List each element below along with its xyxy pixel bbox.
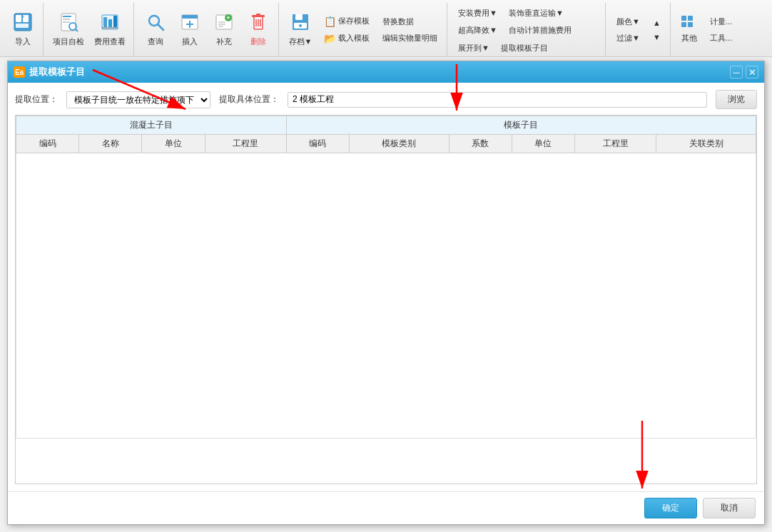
col-t-unit: 单位: [512, 135, 574, 153]
svg-rect-12: [103, 17, 107, 27]
auto-calc-button[interactable]: 自动计算措施费用: [504, 23, 577, 38]
other-button[interactable]: 其他: [676, 31, 702, 46]
tool-label: 工具...: [710, 33, 732, 44]
down-button[interactable]: ▼: [648, 31, 666, 44]
table-container: 混凝土子目 模板子目 编码 名称 单位 工程里 编码 模板类别 系数 单位: [15, 115, 757, 484]
specific-location-input[interactable]: [288, 92, 707, 108]
edit-quantity-label: 编辑实物量明细: [382, 33, 437, 44]
replace-data-label: 替换数据: [382, 16, 414, 27]
extract-template-button[interactable]: 提取模板子目: [496, 41, 553, 56]
tool-button[interactable]: 工具...: [705, 31, 737, 46]
filter-button[interactable]: 过滤▼: [611, 31, 645, 46]
main-table: 混凝土子目 模板子目 编码 名称 单位 工程里 编码 模板类别 系数 单位: [16, 116, 756, 439]
browse-button[interactable]: 浏览: [716, 90, 757, 109]
svg-rect-8: [63, 21, 70, 23]
dialog-titlebar: Ea 提取模板子目 ─ ✕: [8, 61, 764, 83]
svg-line-10: [76, 29, 78, 31]
dialog-content: 提取位置： 模板子目统一放在特定措施项下 提取具体位置： 浏览 混凝土子目 模板…: [8, 83, 764, 491]
extract-location-select[interactable]: 模板子目统一放在特定措施项下: [66, 91, 210, 108]
col-c-quantity: 工程里: [205, 135, 286, 153]
save-template-icon: 📋: [324, 16, 336, 27]
svg-rect-35: [295, 14, 303, 20]
fill-button[interactable]: + 补充: [208, 10, 240, 49]
other-label: 其他: [681, 33, 697, 44]
dialog-title: 提取模板子目: [29, 66, 85, 78]
col-t-factor: 系数: [449, 135, 512, 153]
col-t-code: 编码: [286, 135, 349, 153]
fee-check-button[interactable]: 费用查看: [91, 10, 129, 49]
insert-label: 插入: [182, 36, 198, 47]
filter-label: 过滤▼: [616, 33, 640, 44]
svg-rect-13: [108, 19, 112, 27]
col-c-unit: 单位: [142, 135, 205, 153]
fee-check-label: 费用查看: [94, 36, 126, 47]
grid-icon: [681, 16, 693, 27]
dialog-titlebar-btns: ─ ✕: [730, 66, 758, 78]
table-body: [16, 153, 756, 439]
svg-text:≡: ≡: [21, 14, 24, 19]
fee-check-icon: [100, 12, 120, 35]
calc-button[interactable]: 计量...: [705, 14, 737, 29]
insert-button[interactable]: 插入: [174, 10, 205, 49]
toolbar-group-misc: 其他 计量... 工具...: [672, 3, 741, 56]
svg-rect-1: [16, 15, 21, 22]
template-col: 📋 保存模板 📂 载入模板: [319, 14, 375, 46]
fill-label: 补充: [216, 36, 232, 47]
import-icon: ≡: [13, 12, 33, 35]
replace-data-button[interactable]: 替换数据: [377, 14, 442, 29]
dialog: Ea 提取模板子目 ─ ✕ 提取位置： 模板子目统一放在特定措施项下 提取具体位…: [7, 61, 765, 525]
dialog-icon: Ea: [14, 66, 25, 78]
save-button[interactable]: 存档▼: [285, 10, 316, 49]
minimize-button[interactable]: ─: [730, 66, 743, 78]
save-template-button[interactable]: 📋 保存模板: [319, 14, 375, 29]
project-check-button[interactable]: 项目自检: [49, 10, 88, 49]
svg-rect-7: [63, 19, 70, 20]
fill-icon: +: [214, 12, 234, 35]
svg-rect-14: [113, 16, 117, 27]
import-button[interactable]: ≡ 导入: [7, 10, 39, 49]
expand-label: 展开到▼: [458, 43, 489, 53]
grid-button[interactable]: [676, 14, 702, 29]
col-c-name: 名称: [79, 135, 142, 153]
project-check-icon: [59, 12, 78, 35]
save-label: 存档▼: [289, 36, 313, 47]
svg-rect-19: [182, 15, 198, 19]
expand-button[interactable]: 展开到▼: [453, 41, 494, 56]
empty-row: [16, 153, 756, 439]
specific-location-label: 提取具体位置：: [219, 93, 279, 106]
calc-label: 计量...: [710, 16, 732, 27]
close-button[interactable]: ✕: [746, 66, 758, 78]
svg-line-17: [158, 24, 163, 30]
vertical-transport-button[interactable]: 装饰垂直运输▼: [504, 6, 569, 21]
install-fee-label: 安装费用▼: [458, 8, 497, 19]
calc-col: 计量... 工具...: [705, 14, 737, 46]
toolbar-group-cost: 安装费用▼ 装饰垂直运输▼ 超高降效▼ 自动计算措施费用 展开到▼ 提取模板子目: [449, 3, 606, 56]
confirm-button[interactable]: 确定: [644, 498, 697, 518]
svg-rect-3: [16, 24, 29, 28]
concrete-group-header: 混凝土子目: [16, 116, 287, 135]
svg-rect-38: [681, 16, 686, 21]
install-fee-button[interactable]: 安装费用▼: [453, 6, 502, 21]
save-icon: [290, 12, 310, 35]
data-col: 替换数据 编辑实物量明细: [377, 14, 442, 46]
extract-template-label: 提取模板子目: [501, 43, 548, 53]
col-t-quantity: 工程里: [575, 135, 656, 153]
vertical-transport-label: 装饰垂直运输▼: [509, 8, 564, 19]
col-t-related: 关联类别: [656, 135, 756, 153]
color-button[interactable]: 颜色▼: [611, 14, 645, 29]
cancel-button[interactable]: 取消: [703, 498, 756, 518]
up-button[interactable]: ▲: [648, 16, 666, 29]
misc-col: 其他: [676, 14, 702, 46]
super-effect-button[interactable]: 超高降效▼: [453, 23, 502, 38]
load-template-button[interactable]: 📂 载入模板: [319, 31, 375, 46]
query-icon: [146, 12, 166, 35]
project-check-label: 项目自检: [53, 36, 84, 47]
insert-icon: [180, 12, 200, 35]
updown-col: ▲ ▼: [648, 16, 666, 44]
edit-quantity-button[interactable]: 编辑实物量明细: [377, 31, 442, 46]
delete-button[interactable]: 删除: [243, 10, 274, 49]
toolbar-group-import: ≡ 导入: [3, 3, 44, 56]
toolbar: ≡ 导入 项目自检: [0, 0, 772, 57]
svg-text:+: +: [226, 14, 230, 21]
query-button[interactable]: 查询: [140, 10, 171, 49]
